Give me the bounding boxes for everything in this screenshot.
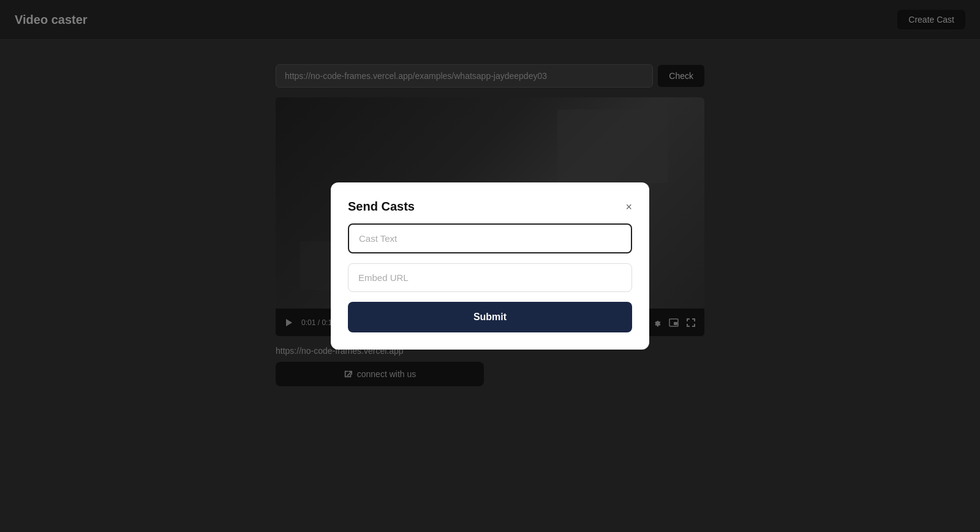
send-casts-modal: Send Casts × Submit <box>331 182 649 350</box>
modal-header: Send Casts × <box>348 200 632 214</box>
modal-overlay[interactable]: Send Casts × Submit <box>0 0 980 532</box>
modal-close-button[interactable]: × <box>625 201 632 212</box>
submit-button[interactable]: Submit <box>348 302 632 332</box>
embed-url-input[interactable] <box>348 263 632 292</box>
cast-text-input[interactable] <box>348 223 632 253</box>
modal-title: Send Casts <box>348 200 415 214</box>
